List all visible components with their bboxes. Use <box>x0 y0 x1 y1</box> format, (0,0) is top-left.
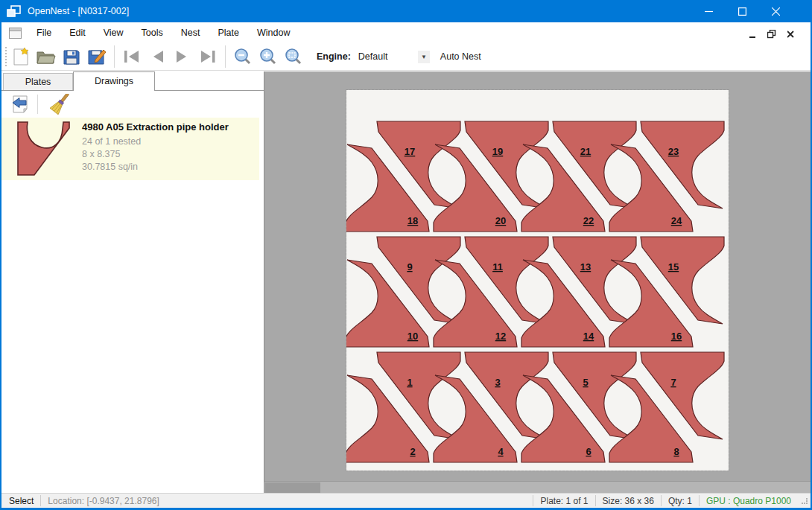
zoom-out-icon <box>234 48 252 66</box>
nest-part-number: 22 <box>583 215 594 226</box>
status-plate: Plate: 1 of 1 <box>540 496 588 506</box>
close-button[interactable] <box>759 0 793 22</box>
nest-part-number: 10 <box>407 331 418 342</box>
horizontal-scrollbar[interactable] <box>264 481 811 493</box>
tab-plates[interactable]: Plates <box>3 73 73 90</box>
nest-part-number: 8 <box>673 446 679 457</box>
sidebar-tabs: Plates Drawings <box>1 71 264 90</box>
nest-part-number: 5 <box>583 377 588 388</box>
nest-part-number: 9 <box>407 261 412 272</box>
menu-bar: FileEditViewToolsNestPlateWindow <box>1 22 811 43</box>
clean-broom-icon <box>50 94 69 115</box>
engine-dropdown-arrow-icon[interactable]: ▼ <box>418 51 430 63</box>
open-folder-icon <box>36 48 57 66</box>
zoom-in-icon <box>259 48 277 66</box>
nest-part-number: 13 <box>580 261 591 272</box>
resize-grip[interactable] <box>802 498 808 504</box>
nest-part-number: 17 <box>405 146 415 157</box>
zoom-fit-button[interactable] <box>281 45 306 68</box>
menu-item-plate[interactable]: Plate <box>209 24 248 42</box>
minimize-button[interactable] <box>692 0 726 22</box>
mdi-minimize-button[interactable] <box>746 28 758 39</box>
sidebar: Plates Drawings <box>1 71 264 493</box>
open-file-button[interactable] <box>34 45 59 68</box>
nest-part-number: 14 <box>583 331 594 342</box>
go-next-button[interactable] <box>170 45 195 68</box>
maximize-button[interactable] <box>726 0 759 22</box>
toolbar-separator <box>37 95 38 114</box>
go-previous-button[interactable] <box>145 45 170 68</box>
status-mode: Select <box>9 496 34 506</box>
status-gpu: GPU : Quadro P1000 <box>706 496 791 506</box>
nest-part-number: 11 <box>492 261 503 272</box>
title-bar: OpenNest - [N0317-002] <box>0 0 812 22</box>
menu-item-view[interactable]: View <box>95 24 133 42</box>
drawing-thumbnail <box>12 120 77 178</box>
tab-drawings[interactable]: Drawings <box>73 71 155 90</box>
status-qty: Qty: 1 <box>668 496 692 506</box>
menu-item-window[interactable]: Window <box>248 24 299 42</box>
go-last-button[interactable] <box>195 45 221 68</box>
menu-item-nest[interactable]: Nest <box>172 24 209 42</box>
nest-svg: 171819202122232491011121314151612345678 <box>346 90 729 471</box>
import-drawing-button[interactable] <box>7 93 33 115</box>
app-window: OpenNest - [N0317-002] FileEditViewTools… <box>0 0 812 510</box>
status-bar: Select Location: [-0.9437, 21.8796] Plat… <box>1 493 811 510</box>
nest-canvas[interactable]: 171819202122232491011121314151612345678 <box>264 71 811 481</box>
menu-item-file[interactable]: File <box>28 24 60 42</box>
nest-part-number: 18 <box>407 215 418 226</box>
nest-part-number: 12 <box>495 331 506 342</box>
go-first-icon <box>122 49 142 64</box>
toolbar-separator <box>114 45 115 68</box>
import-drawing-icon <box>10 95 30 114</box>
nest-part-number: 20 <box>495 215 506 226</box>
nest-part-number: 4 <box>498 446 504 457</box>
nest-part-number: 15 <box>668 261 679 272</box>
nest-part-number: 21 <box>580 146 591 157</box>
go-next-icon <box>174 49 191 64</box>
nest-part-number: 24 <box>671 215 682 226</box>
mdi-restore-button[interactable] <box>766 28 778 39</box>
nest-part-number: 3 <box>495 377 500 388</box>
main-toolbar: Engine: Default ▼ Auto Nest <box>1 43 811 71</box>
go-last-icon <box>198 49 218 64</box>
drawing-list-item[interactable]: 4980 A05 Extraction pipe holder 24 of 1 … <box>1 118 259 180</box>
save-icon <box>63 48 80 66</box>
status-size: Size: 36 x 36 <box>603 496 654 506</box>
nest-part-number: 1 <box>407 377 412 388</box>
new-document-icon <box>12 47 30 66</box>
nest-part-number: 2 <box>410 446 415 457</box>
nest-part-number: 16 <box>671 331 682 342</box>
drawing-area: 30.7815 sq/in <box>82 162 229 172</box>
window-title: OpenNest - [N0317-002] <box>28 6 129 16</box>
drawing-title: 4980 A05 Extraction pipe holder <box>82 121 229 133</box>
zoom-out-button[interactable] <box>230 45 256 68</box>
drawings-toolbar <box>1 91 264 117</box>
app-icon <box>7 5 22 18</box>
save-button[interactable] <box>59 45 84 68</box>
save-as-button[interactable] <box>84 45 110 68</box>
go-first-button[interactable] <box>119 45 145 68</box>
mdi-close-button[interactable] <box>785 28 797 39</box>
menu-items: FileEditViewToolsNestPlateWindow <box>28 24 299 42</box>
auto-nest-button[interactable]: Auto Nest <box>440 51 481 62</box>
menu-item-tools[interactable]: Tools <box>133 24 172 42</box>
new-document-button[interactable] <box>8 45 34 68</box>
engine-label: Engine: <box>317 51 351 62</box>
drawing-nested-count: 24 of 1 nested <box>82 136 229 147</box>
scrollbar-thumb[interactable] <box>265 482 320 493</box>
nest-part-number: 6 <box>586 446 591 457</box>
nest-part-number: 7 <box>670 377 676 388</box>
engine-select[interactable]: Default <box>358 51 416 62</box>
plate[interactable]: 171819202122232491011121314151612345678 <box>346 90 729 471</box>
zoom-in-button[interactable] <box>256 45 281 68</box>
nest-part-number: 19 <box>492 146 503 157</box>
go-previous-icon <box>148 49 166 64</box>
zoom-fit-icon <box>285 48 302 66</box>
drawing-size: 8 x 8.375 <box>82 149 229 159</box>
drawing-meta: 4980 A05 Extraction pipe holder 24 of 1 … <box>82 121 229 180</box>
mdi-child-icon[interactable] <box>9 28 22 39</box>
toolbar-separator <box>225 45 226 68</box>
clean-drawings-button[interactable] <box>47 93 72 115</box>
menu-item-edit[interactable]: Edit <box>60 24 95 42</box>
